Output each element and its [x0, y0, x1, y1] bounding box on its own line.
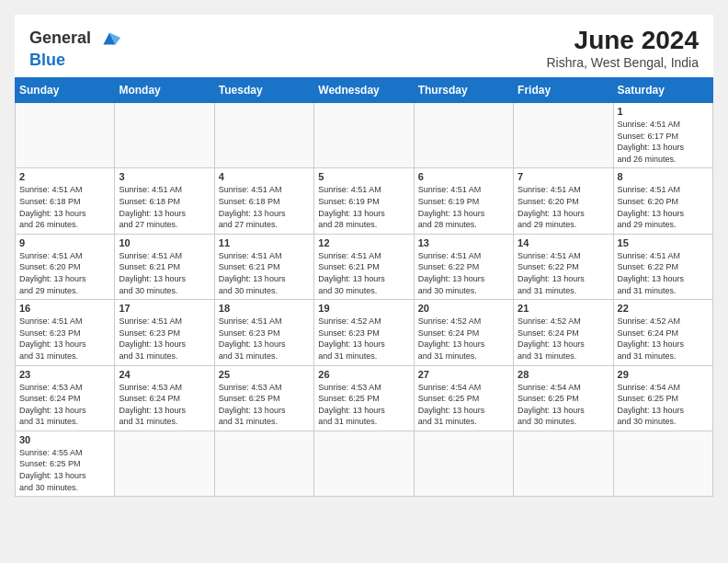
day-info: Sunrise: 4:51 AM Sunset: 6:18 PM Dayligh… — [219, 184, 310, 230]
day-number: 28 — [518, 369, 609, 380]
weekday-header-wednesday: Wednesday — [314, 78, 414, 103]
day-number: 7 — [518, 171, 609, 182]
day-info: Sunrise: 4:51 AM Sunset: 6:20 PM Dayligh… — [518, 184, 609, 230]
calendar-cell: 10Sunrise: 4:51 AM Sunset: 6:21 PM Dayli… — [115, 234, 214, 299]
day-info: Sunrise: 4:51 AM Sunset: 6:19 PM Dayligh… — [418, 184, 509, 230]
week-row-2: 9Sunrise: 4:51 AM Sunset: 6:20 PM Daylig… — [16, 234, 713, 299]
day-number: 24 — [119, 369, 210, 380]
calendar-cell: 2Sunrise: 4:51 AM Sunset: 6:18 PM Daylig… — [16, 168, 115, 234]
day-number: 22 — [618, 303, 709, 314]
day-info: Sunrise: 4:54 AM Sunset: 6:25 PM Dayligh… — [418, 382, 509, 428]
calendar-cell: 14Sunrise: 4:51 AM Sunset: 6:22 PM Dayli… — [514, 234, 613, 299]
calendar-cell: 8Sunrise: 4:51 AM Sunset: 6:20 PM Daylig… — [613, 168, 712, 234]
day-number: 23 — [19, 369, 110, 380]
day-info: Sunrise: 4:51 AM Sunset: 6:18 PM Dayligh… — [19, 184, 110, 230]
day-info: Sunrise: 4:51 AM Sunset: 6:23 PM Dayligh… — [219, 316, 310, 362]
day-number: 10 — [119, 237, 210, 248]
week-row-1: 2Sunrise: 4:51 AM Sunset: 6:18 PM Daylig… — [16, 168, 713, 234]
calendar-cell: 15Sunrise: 4:51 AM Sunset: 6:22 PM Dayli… — [613, 234, 712, 299]
calendar-cell: 1Sunrise: 4:51 AM Sunset: 6:17 PM Daylig… — [613, 103, 712, 168]
header: General Blue June 2024 Rishra, West Beng… — [15, 15, 713, 77]
calendar-cell: 9Sunrise: 4:51 AM Sunset: 6:20 PM Daylig… — [16, 234, 115, 299]
calendar-cell — [613, 431, 712, 496]
day-number: 30 — [19, 434, 110, 445]
day-number: 6 — [418, 171, 509, 182]
calendar-page: General Blue June 2024 Rishra, West Beng… — [15, 15, 713, 497]
calendar-cell — [214, 103, 313, 168]
weekday-header-thursday: Thursday — [414, 78, 513, 103]
day-info: Sunrise: 4:53 AM Sunset: 6:24 PM Dayligh… — [19, 382, 110, 428]
header-right: June 2024 Rishra, West Bengal, India — [547, 26, 700, 70]
weekday-header-tuesday: Tuesday — [214, 78, 313, 103]
calendar-cell: 17Sunrise: 4:51 AM Sunset: 6:23 PM Dayli… — [115, 300, 214, 365]
calendar-cell: 29Sunrise: 4:54 AM Sunset: 6:25 PM Dayli… — [613, 365, 712, 431]
day-number: 5 — [318, 171, 409, 182]
week-row-3: 16Sunrise: 4:51 AM Sunset: 6:23 PM Dayli… — [16, 300, 713, 365]
day-number: 29 — [618, 369, 709, 380]
calendar-subtitle: Rishra, West Bengal, India — [547, 55, 700, 70]
calendar-cell: 20Sunrise: 4:52 AM Sunset: 6:24 PM Dayli… — [414, 300, 513, 365]
day-info: Sunrise: 4:52 AM Sunset: 6:24 PM Dayligh… — [618, 316, 709, 362]
day-number: 20 — [418, 303, 509, 314]
weekday-header-monday: Monday — [115, 78, 214, 103]
day-info: Sunrise: 4:51 AM Sunset: 6:20 PM Dayligh… — [19, 250, 110, 296]
day-number: 4 — [219, 171, 310, 182]
day-info: Sunrise: 4:51 AM Sunset: 6:22 PM Dayligh… — [418, 250, 509, 296]
calendar-cell: 24Sunrise: 4:53 AM Sunset: 6:24 PM Dayli… — [115, 365, 214, 431]
calendar-cell: 23Sunrise: 4:53 AM Sunset: 6:24 PM Dayli… — [16, 365, 115, 431]
day-info: Sunrise: 4:51 AM Sunset: 6:23 PM Dayligh… — [19, 316, 110, 362]
calendar-cell: 5Sunrise: 4:51 AM Sunset: 6:19 PM Daylig… — [314, 168, 414, 234]
calendar-cell: 30Sunrise: 4:55 AM Sunset: 6:25 PM Dayli… — [16, 431, 115, 496]
calendar-cell: 4Sunrise: 4:51 AM Sunset: 6:18 PM Daylig… — [214, 168, 313, 234]
week-row-0: 1Sunrise: 4:51 AM Sunset: 6:17 PM Daylig… — [16, 103, 713, 168]
day-number: 21 — [518, 303, 609, 314]
day-info: Sunrise: 4:51 AM Sunset: 6:22 PM Dayligh… — [518, 250, 609, 296]
week-row-4: 23Sunrise: 4:53 AM Sunset: 6:24 PM Dayli… — [16, 365, 713, 431]
day-info: Sunrise: 4:51 AM Sunset: 6:21 PM Dayligh… — [318, 250, 409, 296]
calendar-cell — [414, 103, 513, 168]
calendar-cell: 16Sunrise: 4:51 AM Sunset: 6:23 PM Dayli… — [16, 300, 115, 365]
calendar-cell — [115, 431, 214, 496]
calendar-cell — [514, 431, 613, 496]
day-info: Sunrise: 4:52 AM Sunset: 6:23 PM Dayligh… — [318, 316, 409, 362]
calendar-cell: 18Sunrise: 4:51 AM Sunset: 6:23 PM Dayli… — [214, 300, 313, 365]
day-info: Sunrise: 4:51 AM Sunset: 6:22 PM Dayligh… — [618, 250, 709, 296]
calendar-cell: 22Sunrise: 4:52 AM Sunset: 6:24 PM Dayli… — [613, 300, 712, 365]
calendar-cell — [314, 431, 414, 496]
calendar-cell — [115, 103, 214, 168]
day-number: 15 — [618, 237, 709, 248]
day-info: Sunrise: 4:51 AM Sunset: 6:20 PM Dayligh… — [618, 184, 709, 230]
day-number: 13 — [418, 237, 509, 248]
day-info: Sunrise: 4:51 AM Sunset: 6:19 PM Dayligh… — [318, 184, 409, 230]
calendar-cell: 19Sunrise: 4:52 AM Sunset: 6:23 PM Dayli… — [314, 300, 414, 365]
calendar-cell — [314, 103, 414, 168]
day-info: Sunrise: 4:51 AM Sunset: 6:17 PM Dayligh… — [618, 119, 709, 165]
calendar-cell — [514, 103, 613, 168]
calendar-cell: 7Sunrise: 4:51 AM Sunset: 6:20 PM Daylig… — [514, 168, 613, 234]
day-info: Sunrise: 4:53 AM Sunset: 6:24 PM Dayligh… — [119, 382, 210, 428]
day-number: 19 — [318, 303, 409, 314]
day-number: 16 — [19, 303, 110, 314]
day-number: 1 — [618, 106, 709, 117]
day-info: Sunrise: 4:53 AM Sunset: 6:25 PM Dayligh… — [219, 382, 310, 428]
calendar-cell: 3Sunrise: 4:51 AM Sunset: 6:18 PM Daylig… — [115, 168, 214, 234]
calendar-cell — [214, 431, 313, 496]
logo-text-general: General — [29, 29, 91, 48]
day-info: Sunrise: 4:51 AM Sunset: 6:18 PM Dayligh… — [119, 184, 210, 230]
calendar-cell: 25Sunrise: 4:53 AM Sunset: 6:25 PM Dayli… — [214, 365, 313, 431]
calendar-cell: 21Sunrise: 4:52 AM Sunset: 6:24 PM Dayli… — [514, 300, 613, 365]
calendar-cell: 6Sunrise: 4:51 AM Sunset: 6:19 PM Daylig… — [414, 168, 513, 234]
day-info: Sunrise: 4:55 AM Sunset: 6:25 PM Dayligh… — [19, 447, 110, 493]
day-info: Sunrise: 4:51 AM Sunset: 6:23 PM Dayligh… — [119, 316, 210, 362]
day-info: Sunrise: 4:51 AM Sunset: 6:21 PM Dayligh… — [219, 250, 310, 296]
day-number: 3 — [119, 171, 210, 182]
day-info: Sunrise: 4:52 AM Sunset: 6:24 PM Dayligh… — [518, 316, 609, 362]
calendar-cell: 26Sunrise: 4:53 AM Sunset: 6:25 PM Dayli… — [314, 365, 414, 431]
day-info: Sunrise: 4:51 AM Sunset: 6:21 PM Dayligh… — [119, 250, 210, 296]
day-info: Sunrise: 4:53 AM Sunset: 6:25 PM Dayligh… — [318, 382, 409, 428]
calendar-cell — [16, 103, 115, 168]
logo-text-blue: Blue — [29, 52, 122, 70]
day-number: 12 — [318, 237, 409, 248]
calendar-cell: 12Sunrise: 4:51 AM Sunset: 6:21 PM Dayli… — [314, 234, 414, 299]
day-number: 18 — [219, 303, 310, 314]
